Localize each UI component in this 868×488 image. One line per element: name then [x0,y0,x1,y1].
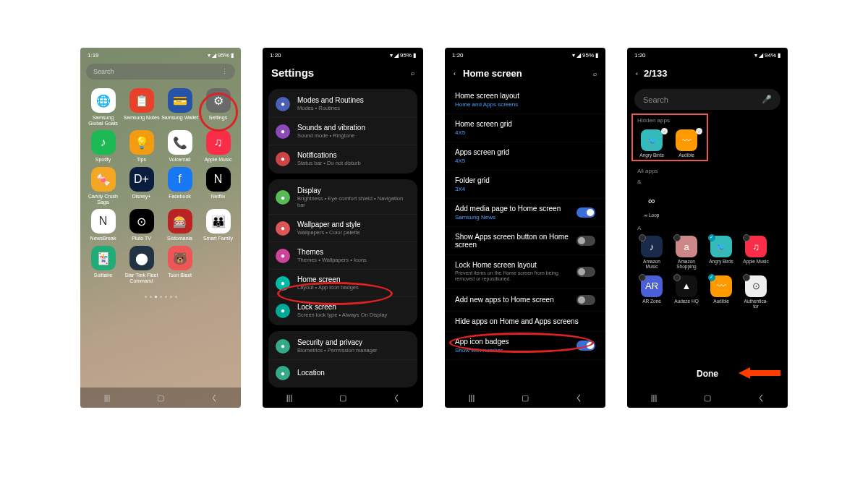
app-slotomania[interactable]: 🎰Slotomania [161,209,198,241]
mic-icon[interactable]: 🎤 [762,95,772,104]
back-button[interactable]: く [391,392,402,403]
app-disney+[interactable]: D+Disney+ [123,167,160,205]
hs-toggle-row[interactable]: Hide apps on Home and Apps screens [445,312,605,332]
app-settings[interactable]: ⚙Settings [200,88,237,126]
battery-text: 95% [400,52,412,59]
remove-icon[interactable]: − [696,128,702,134]
settings-item-security-and-privacy[interactable]: ●Security and privacyBiometrics • Permis… [268,333,417,360]
checkbox[interactable] [708,274,715,281]
app-facebook[interactable]: fFacebook [161,167,198,205]
hs-toggle-row[interactable]: Show Apps screen button on Home screen [445,227,605,255]
app-smart-family[interactable]: 👪Smart Family [200,209,237,241]
app-icon: ♫ [206,130,231,155]
toggle-switch[interactable] [576,207,595,218]
home-button[interactable]: ▢ [519,392,531,403]
more-icon[interactable]: ⋮ [221,68,228,75]
app-item[interactable]: ⊙Authentica-tor [741,275,770,309]
recents-button[interactable]: ||| [284,392,295,403]
search-icon[interactable]: ⌕ [411,69,414,77]
hs-item[interactable]: Folder grid3X4 [445,171,605,199]
back-icon[interactable]: ‹ [636,70,638,77]
app-item[interactable]: ♪Amazon Music [637,236,666,269]
settings-item-notifications[interactable]: ●NotificationsStatus bar • Do not distur… [268,145,417,172]
app-item[interactable]: 〰Audible [707,275,736,309]
toggle-switch[interactable] [576,341,595,351]
settings-item-display[interactable]: ●DisplayBrightness • Eye comfort shield … [268,181,417,215]
search-placeholder: Search [93,68,114,75]
settings-item-wallpaper-and-style[interactable]: ●Wallpaper and styleWallpapers • Color p… [268,215,417,242]
settings-item-themes[interactable]: ●ThemesThemes • Wallpapers • Icons [268,242,417,270]
app-label: Audeze HQ [674,299,699,304]
app-item[interactable]: aAmazon Shopping [672,236,701,269]
app-apple-music[interactable]: ♫Apple Music [200,130,237,163]
hs-item[interactable]: Home screen grid4X5 [445,114,605,142]
search-placeholder: Search [643,95,668,104]
hs-toggle-row[interactable]: App icon badgesShow with number [445,332,605,360]
home-button[interactable]: ▢ [337,392,349,403]
app-pluto-tv[interactable]: ⊙Pluto TV [123,209,160,241]
hs-toggle-row[interactable]: Add new apps to Home screen [445,289,605,312]
app-item[interactable]: ▲Audeze HQ [672,275,701,309]
hs-item[interactable]: Home screen layoutHome and Apps screens [445,86,605,114]
back-button[interactable]: く [208,392,220,403]
app-solitaire[interactable]: 🃏Solitaire [85,246,122,283]
home-button[interactable]: ▢ [155,392,166,403]
recents-button[interactable]: ||| [466,392,477,403]
app-label: NewsBreak [90,236,116,241]
app-item[interactable]: 🐦Angry Birds [707,236,736,269]
search-input[interactable]: Search 🎤 [634,89,780,110]
toggle-switch[interactable] [576,295,595,305]
hidden-app[interactable]: 〰−Audible [672,129,701,158]
checkbox[interactable] [639,274,646,281]
app-icon: 🐦− [641,129,663,151]
app-toon-blast[interactable]: 🐻Toon Blast [161,246,198,283]
back-button[interactable]: く [755,392,767,403]
settings-title: Lock screen [297,303,410,311]
settings-item-location[interactable]: ●Location [268,360,417,386]
hs-item[interactable]: Apps screen grid4X5 [445,142,605,171]
checkbox[interactable] [743,274,750,281]
nav-bar: ||| ▢ く [627,388,788,408]
app-samsung-global-goals[interactable]: 🌐Samsung Global Goals [85,88,122,126]
recents-button[interactable]: ||| [101,392,113,403]
settings-item-modes-and-routines[interactable]: ●Modes and RoutinesModes • Routines [268,90,417,118]
app-samsung-wallet[interactable]: 💳Samsung Wallet [161,88,198,126]
signal-icon: ◢ [394,52,399,59]
clock: 1:20 [634,52,646,59]
checkbox[interactable] [673,274,681,281]
app-icon: 🃏 [91,246,116,270]
hs-label: Show Apps screen button on Home screen [455,233,571,249]
app-spotify[interactable]: ♪Spotify [85,130,122,163]
settings-icon: ● [276,124,290,139]
app-voicemail[interactable]: 📞Voicemail [161,130,198,163]
home-button[interactable]: ▢ [702,392,713,403]
app-newsbreak[interactable]: NNewsBreak [85,209,122,241]
app-samsung-notes[interactable]: 📋Samsung Notes [123,88,160,126]
hs-toggle-row[interactable]: Add media page to Home screenSamsung New… [445,199,605,227]
app-item[interactable]: ♫Apple Music [741,236,770,269]
wifi-icon: ▾ [754,52,757,59]
back-button[interactable]: く [573,392,584,403]
hs-toggle-row[interactable]: Lock Home screen layoutPrevent items on … [445,255,605,289]
settings-item-home-screen[interactable]: ●Home screenLayout • App icon badges [268,270,417,297]
search-icon[interactable]: ⌕ [593,70,597,77]
toggle-switch[interactable] [576,236,595,246]
app-candy-crush-saga[interactable]: 🍬Candy Crush Saga [85,167,122,205]
search-input[interactable]: Search ⋮ [86,64,235,80]
toggle-switch[interactable] [576,267,595,277]
app-label: Facebook [169,194,191,200]
recents-button[interactable]: ||| [648,392,660,403]
app-netflix[interactable]: NNetflix [200,167,237,205]
remove-icon[interactable]: − [661,128,668,134]
settings-item-sounds-and-vibration[interactable]: ●Sounds and vibrationSound mode • Ringto… [268,118,417,145]
app-item[interactable]: ARAR Zone [637,275,666,309]
back-icon[interactable]: ‹ [454,70,456,77]
app-icon: 💳 [168,88,192,113]
hidden-app[interactable]: 🐦−Angry Birds [637,129,666,158]
app-tips[interactable]: 💡Tips [123,130,160,163]
hs-label: Add new apps to Home screen [455,296,554,304]
settings-item-lock-screen[interactable]: ●Lock screenScreen lock type • Always On… [268,297,417,324]
app-star-trek-fleet-command[interactable]: ⬤Star Trek Fleet Command [123,246,160,283]
app-label: Samsung Notes [124,115,160,121]
app-item[interactable]: ∞∞ Loop [637,189,666,218]
